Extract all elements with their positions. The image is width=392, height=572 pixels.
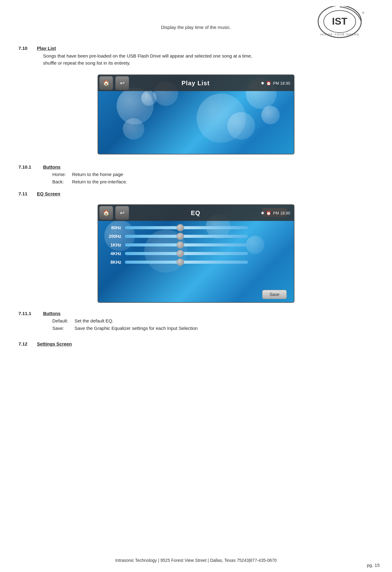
section-711-num: 7.11: [18, 191, 37, 196]
eq-toolbar: 🏠 ↩ EQ ✱ ⏰ PM 18:30: [98, 205, 294, 221]
back-button[interactable]: ↩: [115, 76, 129, 90]
eq-slider-4khz[interactable]: [125, 252, 248, 255]
section-712-title: Settings Screen: [37, 341, 72, 346]
eq-slider-8khz[interactable]: [125, 261, 248, 264]
section-711-title: EQ Screen: [37, 191, 60, 196]
eq-label-1khz: 1KHz: [104, 242, 121, 247]
footer-text: Intrasonic Technology | 9525 Forest View…: [0, 558, 392, 563]
subsection-7101-title: Buttons: [43, 164, 61, 170]
clock-icon: ⏰: [266, 81, 271, 86]
eq-time-display: PM 18:30: [273, 211, 290, 215]
section-711-heading: 7.11 EQ Screen: [18, 191, 374, 196]
toolbar-status-icons: ✱ ⏰ PM 18:30: [261, 81, 294, 86]
subsection-7111-num: 7.11.1: [18, 311, 43, 316]
subsection-7101-heading: 7.10.1 Buttons: [18, 164, 374, 170]
save-desc: Save the Graphic Equalizer settings for …: [74, 326, 198, 331]
eq-row-8khz: 8KHz: [104, 260, 288, 265]
section-710-num: 7.10: [18, 46, 37, 51]
eq-label-8khz: 8KHz: [104, 260, 121, 265]
eq-slider-200hz[interactable]: [125, 235, 248, 238]
ist-logo-icon: IST INSIDE YOUR SOUND ®: [314, 6, 366, 40]
eq-row-1khz: 1KHz: [104, 242, 288, 247]
eq-label-200hz: 200Hz: [104, 234, 121, 239]
eq-toolbar-status-icons: ✱ ⏰ PM 18:30: [261, 211, 294, 215]
section-712-heading: 7.12 Settings Screen: [18, 341, 374, 346]
eq-screen-mockup: 🏠 ↩ EQ ✱ ⏰ PM 18:30 80Hz: [98, 204, 294, 303]
eq-clock-icon: ⏰: [266, 211, 271, 215]
home-desc: Return to the home page: [72, 172, 123, 177]
section-710-heading: 7.10 Play List: [18, 46, 374, 51]
back-desc: Return to the pre-interface.: [72, 179, 127, 184]
section-712-num: 7.12: [18, 341, 37, 346]
subsection-7111-heading: 7.11.1 Buttons: [18, 311, 374, 316]
eq-label-80hz: 80Hz: [104, 225, 121, 230]
time-display: PM 18:30: [273, 81, 290, 86]
page-number: pg. 15: [367, 562, 380, 568]
bluetooth-icon: ✱: [261, 81, 264, 86]
eq-back-button[interactable]: ↩: [115, 206, 129, 220]
eq-bluetooth-icon: ✱: [261, 211, 264, 215]
subsection-7101-body: Home: Return to the home page Back: Retu…: [52, 171, 374, 186]
eq-title: EQ: [130, 210, 261, 217]
section-710-title: Play List: [37, 46, 56, 51]
svg-text:IST: IST: [332, 16, 347, 27]
playlist-toolbar: 🏠 ↩ Play List ✱ ⏰ PM 18:30: [98, 75, 294, 91]
eq-row-4khz: 4KHz: [104, 251, 288, 256]
section-710-body: Songs that have been pre-loaded on the U…: [43, 53, 374, 66]
svg-text:®: ®: [362, 11, 364, 14]
header-display-text: Display the play time of the music.: [86, 6, 306, 30]
save-button[interactable]: Save: [262, 290, 287, 299]
eq-buttons-area: Default Save: [261, 208, 288, 299]
playlist-title: Play List: [130, 80, 261, 87]
playlist-screen-mockup: 🏠 ↩ Play List ✱ ⏰ PM 18:30: [98, 74, 294, 154]
home-button[interactable]: 🏠: [99, 76, 113, 90]
eq-label-4khz: 4KHz: [104, 251, 121, 256]
logo-area: IST INSIDE YOUR SOUND ®: [306, 6, 374, 40]
eq-row-80hz: 80Hz: [104, 225, 288, 230]
subsection-7111-body: Default: Set the default EQ. Save: Save …: [52, 317, 374, 332]
subsection-7111-title: Buttons: [43, 311, 61, 316]
svg-text:INSIDE YOUR SOUND: INSIDE YOUR SOUND: [320, 33, 359, 36]
subsection-7101-num: 7.10.1: [18, 164, 43, 170]
home-label: Home:: [52, 171, 71, 178]
default-desc: Set the default EQ.: [74, 318, 114, 323]
default-label: Default:: [52, 317, 71, 325]
eq-home-button[interactable]: 🏠: [99, 206, 113, 220]
save-label: Save:: [52, 325, 71, 332]
back-label: Back:: [52, 178, 71, 186]
eq-slider-80hz[interactable]: [125, 226, 248, 229]
eq-row-200hz: 200Hz: [104, 234, 288, 239]
eq-slider-1khz[interactable]: [125, 243, 248, 246]
